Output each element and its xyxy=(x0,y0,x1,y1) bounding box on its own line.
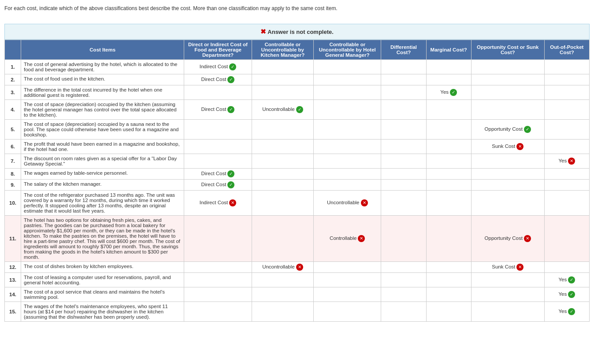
row-ctrl-hotel xyxy=(314,140,381,154)
header-marginal: Marginal Cost? xyxy=(426,40,471,60)
row-marginal xyxy=(426,120,471,140)
row-num: 3. xyxy=(5,85,21,100)
row-outofpocket: Yes✓ xyxy=(544,302,589,322)
row-direct xyxy=(184,140,252,154)
row-num: 6. xyxy=(5,140,21,154)
row-outofpocket xyxy=(544,74,589,85)
row-differential xyxy=(381,216,426,262)
row-outofpocket xyxy=(544,169,589,180)
row-ctrl-kitchen xyxy=(252,85,313,100)
row-outofpocket xyxy=(544,60,589,74)
row-outofpocket: Yes✓ xyxy=(544,273,589,287)
row-ctrl-kitchen xyxy=(252,180,313,191)
row-marginal xyxy=(426,216,471,262)
row-outofpocket xyxy=(544,262,589,273)
header-differential: Differential Cost? xyxy=(381,40,426,60)
table-row: 5. The cost of space (depreciation) occu… xyxy=(5,120,590,140)
row-ctrl-kitchen xyxy=(252,191,313,216)
row-num: 8. xyxy=(5,169,21,180)
table-row: 2. The cost of food used in the kitchen.… xyxy=(5,74,590,85)
row-marginal xyxy=(426,60,471,74)
incorrect-icon: ✕ xyxy=(358,235,365,242)
row-marginal xyxy=(426,140,471,154)
row-num: 14. xyxy=(5,287,21,302)
header-ctrl-kitchen: Controllable or Uncontrollable by Kitche… xyxy=(252,40,313,60)
header-num xyxy=(5,40,21,60)
row-direct: Indirect Cost✕ xyxy=(184,191,252,216)
row-direct: Direct Cost✓ xyxy=(184,180,252,191)
row-opportunity xyxy=(471,180,544,191)
row-ctrl-kitchen xyxy=(252,287,313,302)
row-marginal xyxy=(426,191,471,216)
table-row: 12. The cost of dishes broken by kitchen… xyxy=(5,262,590,273)
correct-icon: ✓ xyxy=(450,89,457,96)
row-outofpocket xyxy=(544,140,589,154)
row-ctrl-hotel xyxy=(314,262,381,273)
row-differential xyxy=(381,100,426,120)
banner-text: Answer is not complete. xyxy=(267,29,334,35)
row-description: The cost of food used in the kitchen. xyxy=(21,74,184,85)
table-row: 14. The cost of a pool service that clea… xyxy=(5,287,590,302)
row-ctrl-kitchen: Uncontrollable✓ xyxy=(252,100,313,120)
table-row: 9. The salary of the kitchen manager. Di… xyxy=(5,180,590,191)
row-num: 7. xyxy=(5,154,21,169)
row-description: The cost of space (depreciation) occupie… xyxy=(21,100,184,120)
row-num: 2. xyxy=(5,74,21,85)
table-row: 10. The cost of the refrigerator purchas… xyxy=(5,191,590,216)
row-differential xyxy=(381,169,426,180)
row-direct: Direct Cost✓ xyxy=(184,74,252,85)
correct-icon: ✓ xyxy=(296,106,303,113)
row-outofpocket xyxy=(544,191,589,216)
row-description: The profit that would have been earned i… xyxy=(21,140,184,154)
row-ctrl-kitchen xyxy=(252,140,313,154)
row-ctrl-hotel xyxy=(314,287,381,302)
row-ctrl-hotel xyxy=(314,85,381,100)
row-ctrl-hotel xyxy=(314,74,381,85)
incorrect-icon: ✕ xyxy=(524,235,531,242)
header-ctrl-hotel: Controllable or Uncontrollable by Hotel … xyxy=(314,40,381,60)
answer-banner: ✖ Answer is not complete. xyxy=(4,24,590,40)
row-description: The difference in the total cost incurre… xyxy=(21,85,184,100)
row-direct xyxy=(184,262,252,273)
row-outofpocket: Yes✓ xyxy=(544,287,589,302)
row-description: The hotel has two options for obtaining … xyxy=(21,216,184,262)
header-direct: Direct or Indirect Cost of Food and Beve… xyxy=(184,40,252,60)
incorrect-icon: ✕ xyxy=(568,158,575,165)
row-marginal xyxy=(426,154,471,169)
row-opportunity xyxy=(471,169,544,180)
row-differential xyxy=(381,154,426,169)
row-num: 13. xyxy=(5,273,21,287)
row-differential xyxy=(381,273,426,287)
row-direct: Indirect Cost✓ xyxy=(184,60,252,74)
row-ctrl-kitchen xyxy=(252,169,313,180)
row-description: The cost of leasing a computer used for … xyxy=(21,273,184,287)
correct-icon: ✓ xyxy=(568,308,575,315)
correct-icon: ✓ xyxy=(227,76,234,83)
row-direct xyxy=(184,154,252,169)
row-marginal xyxy=(426,262,471,273)
banner-icon: ✖ xyxy=(260,28,266,35)
row-ctrl-hotel xyxy=(314,154,381,169)
correct-icon: ✓ xyxy=(227,181,234,188)
row-opportunity xyxy=(471,302,544,322)
row-opportunity xyxy=(471,273,544,287)
row-description: The cost of general advertising by the h… xyxy=(21,60,184,74)
row-ctrl-kitchen xyxy=(252,302,313,322)
row-opportunity xyxy=(471,74,544,85)
row-description: The cost of space (depreciation) occupie… xyxy=(21,120,184,140)
row-ctrl-hotel xyxy=(314,273,381,287)
row-opportunity xyxy=(471,85,544,100)
row-ctrl-hotel xyxy=(314,302,381,322)
row-outofpocket xyxy=(544,85,589,100)
correct-icon: ✓ xyxy=(227,170,234,177)
row-ctrl-kitchen xyxy=(252,216,313,262)
table-row: 6. The profit that would have been earne… xyxy=(5,140,590,154)
row-outofpocket xyxy=(544,216,589,262)
row-opportunity xyxy=(471,60,544,74)
row-num: 12. xyxy=(5,262,21,273)
row-ctrl-kitchen xyxy=(252,60,313,74)
row-differential xyxy=(381,287,426,302)
row-ctrl-hotel xyxy=(314,120,381,140)
row-opportunity xyxy=(471,154,544,169)
row-ctrl-kitchen xyxy=(252,273,313,287)
